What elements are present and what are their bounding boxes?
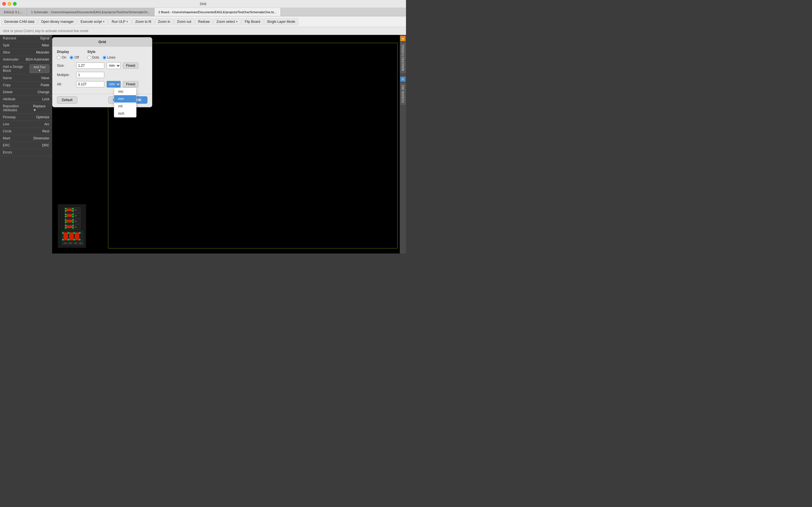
manufacturing-icon[interactable]: M [400,36,405,41]
close-button[interactable] [2,2,6,6]
unit-option-mic[interactable]: mic [114,88,136,95]
main-area: Ratsnest Signal Split Miter Slice Meande… [0,35,406,253]
sidebar-item-delete[interactable]: Delete Change [0,89,52,96]
sidebar-item-erc[interactable]: ERC DRC [0,142,52,149]
sidebar-item-attribute[interactable]: Attribute Lock [0,96,52,103]
flip-board-button[interactable]: Flip Board [242,18,263,25]
execute-script-button[interactable]: Execute script ▼ [78,18,108,25]
sidebar-item-circle[interactable]: Circle Rect [0,128,52,135]
zoom-in-button[interactable]: Zoom in [155,18,173,25]
fusion360-button[interactable]: FUSION 360 [400,83,406,105]
style-radio-group: Dots Lines [87,55,115,59]
style-lines-label[interactable]: Lines [103,55,116,59]
sidebar-item-split[interactable]: Split Miter [0,42,52,49]
maximize-button[interactable] [13,2,17,6]
dialog-title: Grid [52,38,152,47]
display-on-radio[interactable] [57,56,61,59]
canvas-area[interactable]: R4 R3 R2 [52,35,400,253]
single-layer-mode-button[interactable]: Single Layer Mode [264,18,298,25]
dialog-footer: Default Cancel OK [52,94,152,107]
sidebar-item-reposition[interactable]: Reposition Attributes Replace ▼ [0,103,52,114]
size-unit-select[interactable]: mm [107,62,121,69]
add-part-button[interactable]: Add Part ▼ [30,64,49,73]
unit-option-mil[interactable]: mil [114,103,136,110]
alt-field-row: Alt: mm Finest [57,81,147,88]
alt-finest-button[interactable]: Finest [123,81,139,87]
replace-arrow: ▼ [33,108,36,112]
command-input[interactable] [3,29,403,33]
tab-board[interactable]: 2 Board - /Users/rehaanirani/Documents/E… [154,8,281,16]
sidebar-item-mark[interactable]: Mark Dimension [0,135,52,142]
window-title: Grid [200,2,206,6]
dialog-top-row: Display On Off [57,50,147,59]
zoom-out-button[interactable]: Zoom out [174,18,195,25]
zoom-select-button[interactable]: Zoom select ▼ [213,18,241,25]
default-button[interactable]: Default [57,96,77,104]
svg-text:F: F [402,78,404,80]
sidebar-design-block: Add a Design Block Add Part ▼ [0,63,52,75]
sidebar-item-ratsnest[interactable]: Ratsnest Signal [0,35,52,42]
dialog-body: Display On Off [52,47,152,94]
tab-schematic[interactable]: 1 Schematic - /Users/rehaanirani/Documen… [27,8,154,16]
tab-eagle[interactable]: EAGLE 9.1.... [0,8,27,16]
zoom-to-fit-button[interactable]: Zoom to fit [132,18,154,25]
run-ulp-button[interactable]: Run ULP ▼ [109,18,132,25]
display-section: Display On Off [57,50,79,59]
run-ulp-arrow: ▼ [126,20,129,23]
svg-text:M: M [402,38,404,40]
fusion360-icon[interactable]: F [400,76,405,82]
alt-input[interactable] [76,81,104,87]
execute-script-arrow: ▼ [102,20,105,23]
sidebar-item-copy[interactable]: Copy Paste [0,82,52,89]
toolbar: Generate CAM data Open library manager E… [0,16,406,27]
sidebar-item-errors[interactable]: Errors [0,149,52,156]
alt-label: Alt: [57,82,74,86]
display-on-label[interactable]: On [57,55,66,59]
sidebar-item-slice[interactable]: Slice Meander [0,49,52,56]
sidebar-item-pinswap[interactable]: Pinswap Optimize [0,114,52,121]
redraw-button[interactable]: Redraw [195,18,213,25]
minimize-button[interactable] [8,2,11,6]
right-panel: M MANUFACTURING F FUSION 360 [400,35,406,253]
sidebar-item-name[interactable]: Name Value [0,75,52,82]
add-part-arrow: ▼ [38,69,41,72]
sidebar: Ratsnest Signal Split Miter Slice Meande… [0,35,52,253]
style-section: Style Dots Lines [87,50,115,59]
generate-cam-button[interactable]: Generate CAM data [1,18,38,25]
style-dots-label[interactable]: Dots [87,55,99,59]
size-field-row: Size: mm Finest [57,62,147,69]
display-radio-group: On Off [57,55,79,59]
sidebar-item-line[interactable]: Line Arc [0,121,52,128]
grid-dialog: Grid Display On [52,37,152,107]
manufacturing-button[interactable]: MANUFACTURING [400,42,406,73]
style-lines-radio[interactable] [103,56,106,59]
size-finest-button[interactable]: Finest [123,62,139,69]
open-library-button[interactable]: Open library manager [38,18,77,25]
alt-unit-select[interactable]: mm [107,81,121,88]
zoom-select-arrow: ▼ [236,20,238,23]
tab-bar: EAGLE 9.1.... 1 Schematic - /Users/rehaa… [0,8,406,16]
dialog-overlay: Grid Display On [52,35,400,253]
command-bar: ▼ [0,27,406,35]
display-off-radio[interactable] [70,56,73,59]
unit-option-inch[interactable]: inch [114,110,136,117]
multiple-field-row: Multiple: [57,72,147,78]
size-input[interactable] [76,62,104,69]
sidebar-item-autorouter[interactable]: Autorouter BGA Autorouter [0,56,52,63]
size-label: Size: [57,64,74,68]
multiple-label: Multiple: [57,73,74,77]
multiple-input[interactable] [76,72,104,78]
title-bar: Grid [0,0,406,8]
style-dots-radio[interactable] [87,56,91,59]
display-off-label[interactable]: Off [70,55,79,59]
unit-dropdown-menu: mic mm mil inch [114,88,137,117]
unit-option-mm-selected[interactable]: mm [114,95,136,103]
